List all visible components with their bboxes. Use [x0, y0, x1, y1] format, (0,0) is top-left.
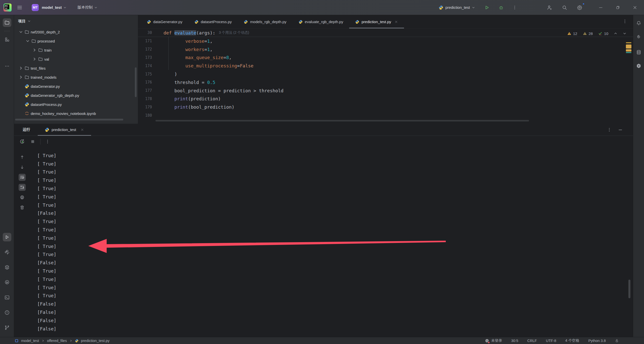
editor-tab[interactable]: datasetProcess.py: [188, 15, 238, 28]
problems-button[interactable]: [3, 308, 11, 317]
tab-options-icon[interactable]: [622, 19, 627, 24]
run-anything-button[interactable]: [3, 278, 11, 287]
divider: [4, 31, 10, 31]
chevron-right-icon[interactable]: [32, 57, 37, 61]
chevron-right-icon[interactable]: [32, 48, 37, 52]
breadcrumb-item[interactable]: prediction_test.py: [81, 339, 110, 343]
settings-button[interactable]: [575, 3, 585, 13]
clear-button[interactable]: [19, 204, 26, 211]
tree-item-label: val: [44, 57, 49, 61]
file-encoding[interactable]: UTF-8: [546, 339, 556, 343]
arrow-down-button[interactable]: [19, 164, 26, 171]
editor-tab[interactable]: models_rgb_depth.py: [238, 15, 292, 28]
prev-problem-icon[interactable]: [614, 32, 617, 35]
python-console-button[interactable]: [3, 248, 11, 256]
project-tree: rwf2000_depth_2processedtrainvaltest_fil…: [14, 27, 135, 118]
project-tree-vscrollbar[interactable]: [135, 67, 137, 97]
account-status[interactable]: 未登录: [485, 338, 502, 343]
database-button[interactable]: [634, 48, 643, 57]
hide-panel-icon[interactable]: [618, 127, 623, 132]
kebab-menu-icon[interactable]: [45, 139, 50, 144]
stop-icon[interactable]: [30, 139, 36, 145]
tree-item[interactable]: trained_models: [14, 73, 135, 82]
main-menu-button[interactable]: [15, 3, 25, 13]
warning-count[interactable]: 12: [573, 31, 577, 36]
tree-item[interactable]: val: [14, 55, 135, 64]
line-ending[interactable]: CRLF: [527, 339, 537, 343]
run-tab[interactable]: prediction_test: [45, 127, 84, 132]
soft-wrap-button[interactable]: [19, 174, 26, 181]
next-problem-icon[interactable]: [623, 32, 626, 35]
line-number[interactable]: 178: [138, 97, 152, 101]
editor-tab[interactable]: prediction_test.py: [349, 15, 404, 28]
project-widget[interactable]: model_test: [42, 5, 66, 10]
line-number[interactable]: 179: [138, 105, 152, 109]
tree-item[interactable]: rwf2000_depth_2: [14, 27, 135, 36]
more-h-button[interactable]: [3, 62, 11, 70]
tree-item[interactable]: test_files: [14, 64, 135, 73]
usages-inlay-hint[interactable]: 3 个用法 (2 个动态): [215, 30, 249, 35]
line-number[interactable]: 180: [138, 113, 152, 118]
tree-item[interactable]: demo_hockey_movies_notebook.ipynb: [14, 109, 135, 118]
tree-item[interactable]: dataGenerator.py: [14, 82, 135, 91]
tree-item[interactable]: processed: [14, 36, 135, 46]
breadcrumb-item[interactable]: model_test: [21, 339, 39, 343]
close-button[interactable]: [630, 3, 640, 13]
restore-button[interactable]: [613, 3, 623, 13]
run-more-button[interactable]: [510, 3, 520, 13]
project-panel-header[interactable]: 项目: [14, 15, 138, 27]
line-number[interactable]: 177: [138, 88, 152, 93]
line-number[interactable]: 171: [138, 39, 152, 43]
debug-button[interactable]: [496, 3, 506, 13]
minimize-button[interactable]: [596, 3, 606, 13]
chevron-down-icon[interactable]: [19, 30, 23, 34]
rerun-icon[interactable]: [19, 139, 25, 145]
caret-position[interactable]: 30:5: [511, 339, 518, 343]
structure-button[interactable]: [3, 35, 11, 44]
run-button[interactable]: [482, 3, 492, 13]
line-number[interactable]: 30: [138, 30, 152, 35]
chevron-down-icon[interactable]: [25, 39, 30, 43]
code-text: print(prediction): [152, 96, 221, 101]
tree-item[interactable]: dataGenerator_rgb_depth.py: [14, 91, 135, 100]
plugin-button[interactable]: [634, 62, 643, 70]
passed-count[interactable]: 10: [604, 31, 608, 36]
vcs-widget[interactable]: 版本控制: [77, 5, 97, 10]
console-vscrollbar[interactable]: [628, 280, 630, 298]
chevron-right-icon[interactable]: [19, 75, 23, 79]
ai-assistant-button[interactable]: [634, 32, 643, 41]
terminal-button[interactable]: [3, 293, 11, 302]
breadcrumb-item[interactable]: offered_files: [47, 339, 67, 343]
line-number[interactable]: 172: [138, 47, 152, 52]
version-control-button[interactable]: [3, 323, 11, 332]
project-tree-hscrollbar[interactable]: [15, 119, 123, 120]
chevron-right-icon[interactable]: [19, 66, 23, 70]
print-button[interactable]: [19, 194, 26, 201]
tree-indent: [19, 93, 23, 98]
indent-setting[interactable]: 4 个空格: [565, 338, 579, 343]
project-folder-button[interactable]: [3, 18, 11, 27]
weak-warning-count[interactable]: 28: [589, 31, 593, 36]
lock-open-icon[interactable]: [615, 339, 619, 343]
services-button[interactable]: [3, 263, 11, 272]
line-number[interactable]: 174: [138, 64, 152, 68]
kebab-menu-icon[interactable]: [607, 127, 612, 132]
search-button[interactable]: [559, 3, 570, 13]
notifications-button[interactable]: [634, 19, 643, 27]
run-configuration-selector[interactable]: prediction_test: [439, 5, 475, 10]
close-tab-icon[interactable]: [394, 20, 398, 24]
tree-item[interactable]: datasetProcess.py: [14, 100, 135, 109]
close-tab-icon[interactable]: [80, 128, 84, 132]
arrow-up-button[interactable]: [19, 154, 26, 161]
scroll-to-end-button[interactable]: [19, 184, 26, 191]
line-number[interactable]: 175: [138, 72, 152, 76]
run-button[interactable]: [3, 233, 11, 241]
line-number[interactable]: 173: [138, 55, 152, 60]
tree-item[interactable]: train: [14, 46, 135, 55]
editor-tab[interactable]: dataGenerator.py: [141, 15, 188, 28]
editor-tab[interactable]: evaluate_rgb_depth.py: [293, 15, 349, 28]
add-user-button[interactable]: [544, 3, 554, 13]
editor-hscrollbar[interactable]: [155, 120, 529, 121]
python-interpreter[interactable]: Python 3.8: [588, 339, 606, 343]
line-number[interactable]: 176: [138, 80, 152, 84]
